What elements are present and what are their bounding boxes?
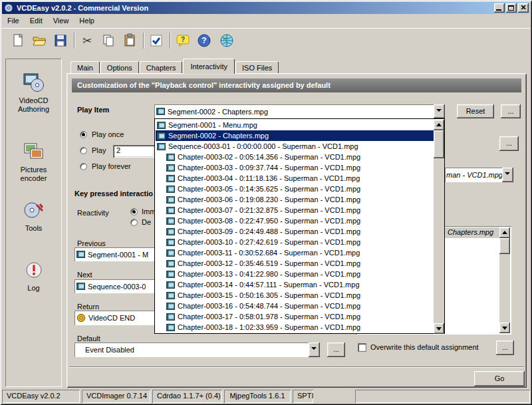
copy-button[interactable] [99, 31, 118, 50]
mpeg-file-icon [166, 259, 175, 268]
minimize-button[interactable] [494, 3, 505, 13]
help-button[interactable]: ? [195, 31, 213, 50]
validate-icon [149, 33, 164, 48]
scroll-down-icon[interactable] [499, 323, 510, 333]
dropdown-item[interactable]: Chapter-0003-17 - 0:58:01.978 - Superman… [156, 311, 434, 322]
dropdown-item[interactable]: Chapter-0003-06 - 0:19:08.230 - Superman… [156, 194, 434, 205]
sidebar-item-label: Log [27, 284, 39, 292]
dropdown-items: Segment-0001 - Menu.mpg Segment-0002 - C… [156, 120, 434, 333]
next-combobox[interactable]: Sequence-0003-0 [74, 279, 154, 293]
dropdown-item[interactable]: Chapter-0003-18 - 1:02:33.959 - Superman… [156, 322, 434, 333]
help-tip-button[interactable]: ? [174, 31, 192, 50]
default-more-button[interactable]: ... [327, 342, 345, 357]
scroll-up-icon[interactable] [499, 227, 510, 238]
scrollbar-thumb[interactable] [499, 238, 510, 254]
play-count-input[interactable]: 2 [113, 145, 154, 158]
dropdown-item[interactable]: Chapter-0003-03 - 0:09:37.744 - Superman… [156, 162, 434, 173]
save-button[interactable] [51, 31, 70, 50]
default-label: Default [77, 335, 100, 342]
play-forever-radio[interactable] [80, 163, 87, 170]
menu-item[interactable]: View [48, 15, 74, 27]
mpeg-file-icon [166, 313, 175, 321]
reset-button[interactable]: Reset [457, 104, 494, 118]
return-combobox[interactable]: VideoCD END [74, 311, 154, 325]
dropdown-item[interactable]: Segment-0002 - Chapters.mpg [156, 130, 434, 141]
play-item-combobox[interactable]: Segment-0002 - Chapters.mpg [154, 104, 445, 118]
dropdown-item[interactable]: Chapter-0003-14 - 0:44:57.111 - Superman… [156, 279, 434, 290]
dropdown-item[interactable]: Chapter-0003-09 - 0:24:49.488 - Superman… [156, 226, 434, 237]
overwrite-checkbox[interactable] [358, 343, 366, 352]
dropdown-item[interactable]: Chapter-0003-16 - 0:54:48.744 - Superman… [156, 301, 434, 311]
help-icon: ? [197, 33, 211, 48]
title-bar[interactable]: VCDEasy v2.0.2 - Commercial Version ✕ [2, 2, 530, 14]
play-once-radio[interactable] [80, 131, 87, 138]
tab[interactable]: ISO Files [235, 61, 279, 74]
play-n-times-radio[interactable] [80, 147, 87, 154]
go-button[interactable]: Go [474, 371, 525, 386]
close-button[interactable]: ✕ [518, 3, 529, 13]
mpeg-file-icon [166, 174, 175, 183]
chevron-down-icon[interactable] [309, 342, 320, 357]
web-globe-icon [219, 33, 234, 48]
open-folder-icon [32, 33, 47, 48]
menu-item[interactable]: File [2, 15, 25, 27]
tab[interactable]: Chapters [140, 61, 183, 74]
dropdown-item[interactable]: Chapter-0003-04 - 0:11:18.136 - Superman… [156, 173, 434, 184]
dropdown-scrollbar[interactable] [434, 120, 444, 334]
maximize-button[interactable] [506, 3, 517, 13]
assignment-combobox[interactable]: man - VCD1.mpg [445, 168, 513, 182]
dropdown-item[interactable]: Chapter-0003-05 - 0:14:35.625 - Superman… [156, 184, 434, 194]
return-label: Return [77, 303, 99, 311]
chevron-down-icon[interactable] [434, 104, 445, 118]
mpeg-file-icon [157, 142, 166, 151]
list-scrollbar[interactable] [499, 227, 510, 333]
new-button[interactable] [9, 31, 27, 50]
menu-item[interactable]: Edit [25, 15, 48, 27]
log-icon [23, 259, 45, 281]
default-combobox[interactable]: Event Disabled [74, 342, 320, 357]
assignment-more-button[interactable]: ... [499, 136, 519, 151]
reactivity-immediate-radio[interactable] [130, 208, 138, 215]
sidebar-item-log[interactable]: Log [6, 259, 61, 293]
default-value: Event Disabled [85, 346, 134, 354]
sidebar-item-tools[interactable]: Tools [6, 199, 61, 233]
dropdown-item[interactable]: Chapter-0003-12 - 0:35:46.519 - Superman… [156, 258, 434, 269]
open-button[interactable] [30, 31, 49, 50]
status-panel-empty [355, 390, 530, 403]
menu-item[interactable]: Help [74, 15, 100, 27]
mpeg-file-icon [166, 238, 175, 247]
dropdown-item[interactable]: Chapter-0003-02 - 0:05:14.356 - Superman… [156, 152, 434, 162]
tab[interactable]: Interactivity [183, 59, 235, 74]
mpeg-file-icon [166, 323, 175, 332]
dropdown-item[interactable]: Chapter-0003-15 - 0:50:16.305 - Superman… [156, 290, 434, 301]
dropdown-item[interactable]: Chapter-0003-13 - 0:41:22.980 - Superman… [156, 269, 434, 279]
web-button[interactable] [217, 31, 236, 50]
play-item-more-button[interactable]: ... [501, 104, 521, 118]
overwrite-label: Overwrite this default assignment [370, 343, 479, 351]
copy-icon [101, 33, 116, 48]
validate-button[interactable] [147, 31, 166, 50]
dropdown-item[interactable]: Sequence-0003-01 - 0:00:00.000 - Superma… [156, 141, 434, 152]
sidebar-item-pictures-encoder[interactable]: Pictures encoder [6, 140, 61, 183]
dropdown-item[interactable]: Chapter-0003-11 - 0:30:52.684 - Superman… [156, 247, 434, 258]
reactivity-delayed-radio[interactable] [130, 219, 138, 226]
chevron-down-icon[interactable] [502, 168, 513, 182]
play-item-dropdown: Segment-0001 - Menu.mpg Segment-0002 - C… [154, 118, 445, 334]
paste-button[interactable] [120, 31, 139, 50]
dropdown-item[interactable]: Chapter-0003-07 - 0:21:32.875 - Superman… [156, 205, 434, 215]
previous-combobox[interactable]: Segment-0001 - M [74, 247, 154, 261]
sidebar-item-videocd-authoring[interactable]: VideoCD Authoring [6, 71, 61, 114]
save-icon [53, 33, 68, 48]
overwrite-more-button[interactable]: ... [496, 340, 514, 355]
mpeg-file-icon [166, 281, 175, 289]
scroll-up-icon[interactable] [434, 120, 444, 130]
list-item-label: Chapters.mpg [448, 228, 493, 236]
dropdown-item[interactable]: Chapter-0003-10 - 0:27:42.619 - Superman… [156, 237, 434, 247]
dropdown-item[interactable]: Chapter-0003-08 - 0:22:47.950 - Superman… [156, 215, 434, 226]
tab[interactable]: Main [70, 61, 100, 74]
tab[interactable]: Options [100, 61, 139, 74]
cut-button[interactable]: ✂ [78, 31, 96, 50]
scroll-down-icon[interactable] [434, 323, 444, 334]
dropdown-item[interactable]: Segment-0001 - Menu.mpg [156, 120, 434, 130]
scrollbar-thumb[interactable] [434, 130, 444, 158]
